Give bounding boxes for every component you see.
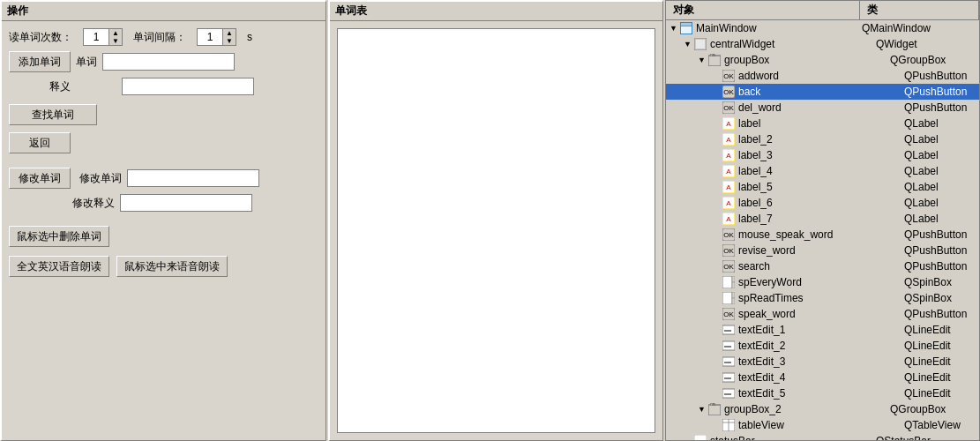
tree-item-label_5[interactable]: Alabel_5QLabel bbox=[666, 179, 979, 195]
read-count-spinbox-btns: ▲ ▼ bbox=[108, 29, 122, 45]
modify-button[interactable]: 修改单词 bbox=[9, 168, 71, 189]
tree-item-search[interactable]: OKsearchQPushButton bbox=[666, 258, 979, 274]
tree-icon-pushbtn: OK bbox=[722, 70, 737, 82]
read-all-button[interactable]: 全文英汉语音朗读 bbox=[9, 256, 109, 277]
interval-spinbox[interactable]: 1 ▲ ▼ bbox=[197, 28, 236, 46]
tree-class-name: QMainWindow bbox=[855, 22, 931, 34]
meaning-row: 释义 bbox=[9, 78, 318, 95]
tree-item-spEveryWord[interactable]: spEveryWordQSpinBox bbox=[666, 274, 979, 290]
tree-item-textEdit_2[interactable]: textEdit_2QLineEdit bbox=[666, 338, 979, 354]
tree-class-name: QPushButton bbox=[897, 101, 967, 114]
tree-item-del_word[interactable]: OKdel_wordQPushButton bbox=[666, 100, 979, 116]
tree-icon-pushbtn: OK bbox=[722, 244, 737, 257]
tree-obj-name: label_5 bbox=[738, 181, 897, 193]
tree-icon-label: A bbox=[722, 165, 737, 177]
tree-class-name: QPushButton bbox=[897, 228, 967, 241]
tree-item-mouse_speak_word[interactable]: OKmouse_speak_wordQPushButton bbox=[666, 227, 979, 243]
tree-item-label_3[interactable]: Alabel_3QLabel bbox=[666, 147, 979, 163]
left-panel-title: 操作 bbox=[2, 2, 325, 21]
tree-obj-name: label_6 bbox=[738, 197, 897, 209]
tree-icon-tableview bbox=[722, 419, 737, 431]
tree-item-label_2[interactable]: Alabel_2QLabel bbox=[666, 131, 979, 147]
word-list-area[interactable] bbox=[337, 28, 655, 433]
add-word-row: 添加单词 单词 bbox=[9, 51, 318, 72]
tree-icon-label: A bbox=[722, 117, 737, 130]
tree-icon-lineedit bbox=[722, 371, 737, 384]
tree-icon-pushbtn: OK bbox=[722, 86, 737, 98]
svg-text:OK: OK bbox=[723, 263, 734, 271]
tree-item-revise_word[interactable]: OKrevise_wordQPushButton bbox=[666, 243, 979, 258]
svg-rect-50 bbox=[722, 389, 735, 398]
search-back-row: 查找单词 bbox=[9, 104, 318, 125]
tree-item-centralwidget[interactable]: ▼centralWidgetQWidget bbox=[666, 36, 979, 52]
tree-item-groupbox_2[interactable]: ▼GBgroupBox_2QGroupBox bbox=[666, 401, 979, 417]
tree-icon-label: A bbox=[722, 213, 737, 225]
tree-item-groupbox[interactable]: ▼GBgroupBoxQGroupBox bbox=[666, 52, 979, 68]
read-count-up-btn[interactable]: ▲ bbox=[109, 29, 122, 37]
right-panel-header: 对象 类 bbox=[666, 1, 979, 20]
tree-class-name: QLabel bbox=[897, 213, 939, 225]
read-count-spinbox[interactable]: 1 ▲ ▼ bbox=[83, 28, 123, 46]
tree-item-speak_word[interactable]: OKspeak_wordQPushButton bbox=[666, 306, 979, 322]
tree-class-name: QTableView bbox=[897, 419, 961, 431]
object-tree: ▼MainWindowQMainWindow▼centralWidgetQWid… bbox=[666, 20, 979, 440]
tree-item-textEdit_1[interactable]: textEdit_1QLineEdit bbox=[666, 322, 979, 338]
tree-obj-name: del_word bbox=[738, 101, 897, 114]
tree-icon-spinbox bbox=[722, 292, 737, 304]
svg-text:OK: OK bbox=[723, 72, 734, 80]
read-count-down-btn[interactable]: ▼ bbox=[109, 37, 122, 45]
tree-item-textEdit_4[interactable]: textEdit_4QLineEdit bbox=[666, 370, 979, 385]
tree-obj-name: revise_word bbox=[738, 244, 897, 257]
tree-item-textEdit_3[interactable]: textEdit_3QLineEdit bbox=[666, 354, 979, 370]
modify-meaning-input[interactable] bbox=[120, 194, 252, 212]
tree-item-statusbar[interactable]: statusBarQStatusBar bbox=[666, 433, 979, 440]
tree-item-mainwindow[interactable]: ▼MainWindowQMainWindow bbox=[666, 20, 979, 36]
word-input[interactable] bbox=[102, 53, 235, 71]
tree-item-label[interactable]: AlabelQLabel bbox=[666, 116, 979, 131]
back-button[interactable]: 返回 bbox=[9, 132, 71, 153]
tree-icon-widget bbox=[694, 38, 708, 50]
tree-item-tableview[interactable]: tableViewQTableView bbox=[666, 417, 979, 433]
tree-obj-name: label_7 bbox=[738, 213, 897, 225]
interval-label: 单词间隔： bbox=[133, 30, 186, 45]
interval-up-btn[interactable]: ▲ bbox=[223, 29, 236, 37]
read-count-input[interactable]: 1 bbox=[84, 29, 108, 45]
right-panel: 对象 类 ▼MainWindowQMainWindow▼centralWidge… bbox=[665, 0, 980, 441]
svg-rect-48 bbox=[722, 373, 735, 382]
tree-class-name: QGroupBox bbox=[883, 403, 946, 415]
tree-class-name: QStatusBar bbox=[869, 435, 931, 440]
meaning-input[interactable] bbox=[122, 78, 254, 95]
svg-rect-38 bbox=[732, 292, 735, 298]
interval-down-btn[interactable]: ▼ bbox=[223, 37, 236, 45]
tree-obj-name: MainWindow bbox=[696, 22, 855, 34]
tree-obj-name: label_2 bbox=[738, 133, 897, 146]
tree-arrow: ▼ bbox=[698, 405, 708, 414]
tree-item-spReadTimes[interactable]: spReadTimesQSpinBox bbox=[666, 290, 979, 306]
tree-obj-name: textEdit_4 bbox=[738, 371, 897, 384]
tree-icon-label: A bbox=[722, 181, 737, 193]
tree-class-name: QLineEdit bbox=[897, 371, 951, 384]
add-word-button[interactable]: 添加单词 bbox=[9, 51, 71, 72]
tree-obj-name: statusBar bbox=[710, 435, 869, 440]
tree-obj-name: addword bbox=[738, 70, 897, 82]
read-selected-button[interactable]: 鼠标选中来语音朗读 bbox=[116, 256, 228, 277]
word-field-label: 单词 bbox=[76, 55, 97, 70]
tree-icon-lineedit bbox=[722, 340, 737, 352]
tree-obj-name: label_3 bbox=[738, 149, 897, 161]
interval-input[interactable]: 1 bbox=[198, 29, 222, 45]
tree-item-label_7[interactable]: Alabel_7QLabel bbox=[666, 211, 979, 227]
tree-item-label_4[interactable]: Alabel_4QLabel bbox=[666, 163, 979, 179]
search-button[interactable]: 查找单词 bbox=[9, 104, 97, 125]
tree-class-name: QSpinBox bbox=[897, 276, 952, 288]
tree-item-label_6[interactable]: Alabel_6QLabel bbox=[666, 195, 979, 211]
tree-item-textEdit_5[interactable]: textEdit_5QLineEdit bbox=[666, 385, 979, 401]
svg-rect-4 bbox=[696, 40, 705, 49]
svg-text:A: A bbox=[726, 152, 731, 160]
tree-item-back[interactable]: OKbackQPushButton bbox=[666, 84, 979, 100]
modify-word-input[interactable] bbox=[127, 169, 259, 187]
delete-button[interactable]: 鼠标选中删除单词 bbox=[9, 226, 109, 247]
tree-arrow: ▼ bbox=[684, 40, 694, 49]
tree-item-addword[interactable]: OKaddwordQPushButton bbox=[666, 68, 979, 84]
read-count-label: 读单词次数： bbox=[9, 30, 72, 45]
tree-icon-lineedit bbox=[722, 324, 737, 336]
